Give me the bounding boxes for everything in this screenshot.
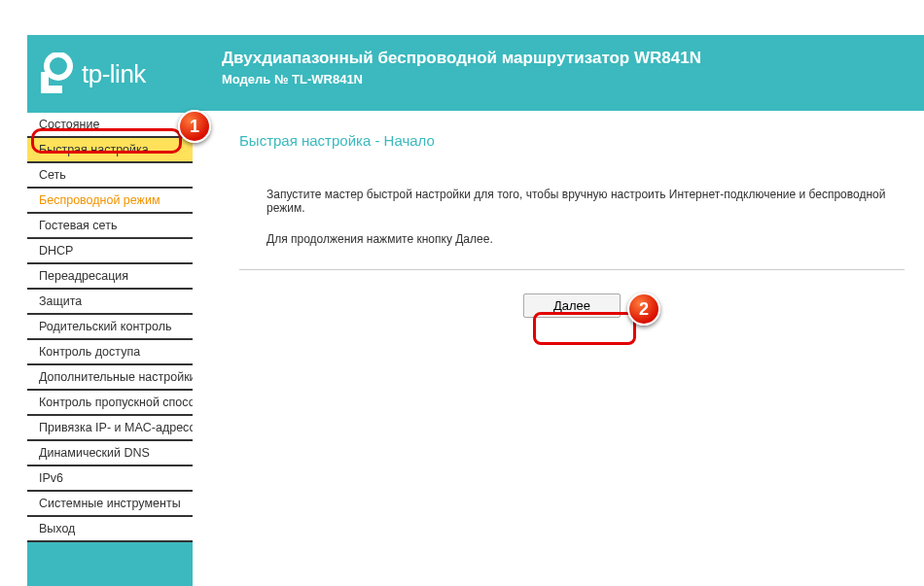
- sidebar-item-14[interactable]: IPv6: [27, 466, 193, 492]
- sidebar: СостояниеБыстрая настройкаСетьБеспроводн…: [27, 111, 193, 586]
- page-title: Двухдиапазонный беспроводной маршрутизат…: [222, 49, 905, 68]
- instruction-line-2: Для продолжения нажмите кнопку Далее.: [267, 232, 905, 246]
- sidebar-item-9[interactable]: Контроль доступа: [27, 340, 193, 365]
- model-label: Модель № TL-WR841N: [222, 72, 905, 86]
- main-content: Быстрая настройка - Начало Запустите мас…: [193, 111, 924, 586]
- next-button[interactable]: Далее: [523, 293, 621, 318]
- logo: tp-link: [37, 49, 202, 99]
- sidebar-item-0[interactable]: Состояние: [27, 113, 193, 138]
- svg-rect-2: [41, 86, 62, 93]
- sidebar-item-15[interactable]: Системные инструменты: [27, 492, 193, 517]
- sidebar-item-11[interactable]: Контроль пропускной способности: [27, 391, 193, 416]
- sidebar-item-12[interactable]: Привязка IP- и MAC-адресов: [27, 416, 193, 441]
- sidebar-item-13[interactable]: Динамический DNS: [27, 441, 193, 466]
- sidebar-item-3[interactable]: Беспроводной режим: [27, 189, 193, 214]
- content-title: Быстрая настройка - Начало: [239, 132, 905, 149]
- header: tp-link Двухдиапазонный беспроводной мар…: [27, 35, 924, 111]
- sidebar-item-8[interactable]: Родительский контроль: [27, 315, 193, 340]
- sidebar-item-16[interactable]: Выход: [27, 517, 193, 542]
- sidebar-item-4[interactable]: Гостевая сеть: [27, 214, 193, 239]
- sidebar-item-1[interactable]: Быстрая настройка: [27, 138, 193, 163]
- tplink-logo-icon: [37, 52, 76, 95]
- sidebar-item-5[interactable]: DHCP: [27, 239, 193, 264]
- sidebar-item-2[interactable]: Сеть: [27, 163, 193, 189]
- sidebar-item-6[interactable]: Переадресация: [27, 264, 193, 290]
- sidebar-item-7[interactable]: Защита: [27, 290, 193, 315]
- button-row: Далее: [239, 269, 905, 318]
- instruction-line-1: Запустите мастер быстрой настройки для т…: [267, 188, 905, 215]
- svg-point-0: [47, 54, 70, 78]
- brand-name: tp-link: [82, 59, 146, 89]
- sidebar-item-10[interactable]: Дополнительные настройки: [27, 365, 193, 391]
- content-text: Запустите мастер быстрой настройки для т…: [239, 188, 905, 246]
